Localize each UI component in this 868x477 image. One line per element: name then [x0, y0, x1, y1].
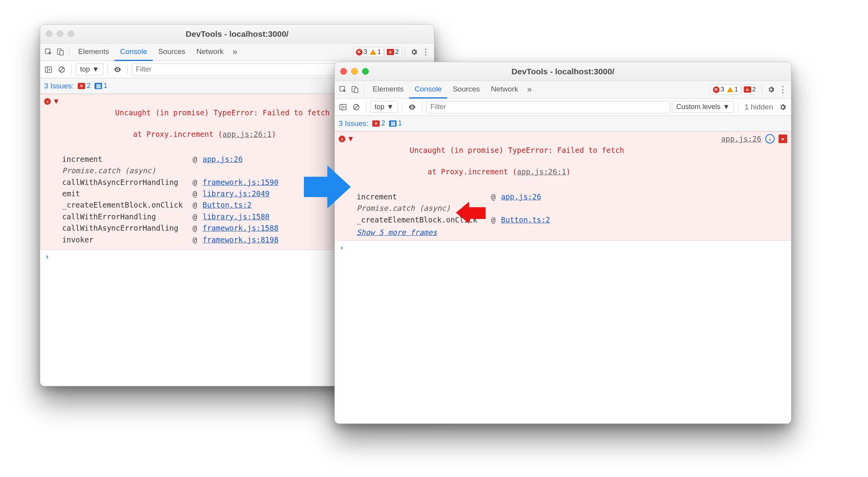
- toggle-sidebar-icon[interactable]: [337, 101, 349, 113]
- frame-function: invoker: [62, 234, 187, 246]
- window-controls[interactable]: [340, 68, 369, 75]
- context-label: top: [375, 103, 384, 111]
- frame-source-link[interactable]: Button.ts:2: [202, 199, 252, 211]
- tab-network[interactable]: Network: [191, 44, 229, 61]
- close-dot[interactable]: [340, 68, 347, 75]
- issues-bar[interactable]: 3 Issues: ×2 ▤1: [335, 116, 791, 131]
- error-icon: ✕: [44, 98, 51, 105]
- restart-frame-icon[interactable]: ↓: [765, 134, 775, 143]
- inspect-icon[interactable]: [337, 84, 349, 95]
- inspect-icon[interactable]: [43, 46, 54, 58]
- device-icon[interactable]: [349, 84, 361, 95]
- show-more-frames-link[interactable]: Show 5 more frames: [357, 228, 437, 237]
- error-message-line2a: at Proxy.increment (: [115, 130, 223, 138]
- toggle-sidebar-icon[interactable]: [43, 64, 54, 75]
- settings-icon[interactable]: [765, 84, 777, 95]
- error-source-link[interactable]: app.js:26: [721, 134, 761, 143]
- window-title: DevTools - localhost:3000/: [40, 29, 434, 39]
- frame-function: callWithAsyncErrorHandling: [62, 177, 187, 188]
- minimize-dot[interactable]: [57, 30, 63, 37]
- close-dot[interactable]: [46, 30, 52, 37]
- frame-source-link[interactable]: app.js:26: [501, 191, 541, 203]
- frame-source-link[interactable]: Button.ts:2: [501, 214, 550, 226]
- issues-link[interactable]: 3 Issues: ×2 ▤1: [44, 82, 107, 90]
- more-tabs-icon[interactable]: »: [523, 84, 535, 95]
- issues-label: 3 Issues:: [44, 82, 74, 90]
- error-count-badge[interactable]: ✕ 3 1: [353, 47, 384, 57]
- titlebar: DevTools - localhost:3000/: [40, 25, 434, 43]
- tab-sources[interactable]: Sources: [447, 81, 486, 99]
- kebab-icon[interactable]: ⋮: [420, 46, 432, 58]
- live-expression-icon[interactable]: [112, 64, 123, 75]
- levels-selector[interactable]: Custom levels ▼: [672, 101, 734, 113]
- flag-icon: ×: [387, 49, 394, 55]
- minimize-dot[interactable]: [351, 68, 358, 75]
- device-icon[interactable]: [54, 46, 66, 58]
- clear-console-icon[interactable]: [350, 101, 362, 113]
- stack-frame: _createElementBlock.onClick@ Button.ts:2: [357, 214, 787, 226]
- warning-icon: [727, 87, 733, 92]
- hidden-count[interactable]: 1 hidden: [742, 103, 775, 111]
- svg-point-15: [411, 106, 413, 108]
- kebab-icon[interactable]: ⋮: [777, 84, 789, 95]
- frame-function: callWithAsyncErrorHandling: [62, 222, 187, 234]
- disclosure-triangle-icon[interactable]: ▼: [54, 97, 58, 105]
- context-selector[interactable]: top ▼: [76, 63, 104, 75]
- error-location-link[interactable]: app.js:26:1: [517, 167, 566, 176]
- tab-sources[interactable]: Sources: [153, 44, 191, 61]
- annotation-arrow-blue-head: [327, 165, 351, 208]
- frame-function: callWithErrorHandling: [62, 211, 187, 222]
- flag-count-badge[interactable]: × 2: [384, 47, 402, 57]
- message-icon: ▤: [95, 83, 102, 89]
- more-tabs-icon[interactable]: »: [229, 46, 241, 58]
- titlebar: DevTools - localhost:3000/: [335, 62, 791, 81]
- frame-source-link[interactable]: framework.js:8198: [202, 234, 278, 246]
- zoom-dot[interactable]: [362, 68, 369, 75]
- settings-icon[interactable]: [408, 46, 420, 58]
- frame-source-link[interactable]: library.js:2049: [202, 188, 270, 199]
- error-count: 3: [721, 86, 724, 93]
- error-entry[interactable]: ✕ ▼ Uncaught (in promise) TypeError: Fai…: [335, 131, 791, 241]
- error-count-badge[interactable]: ✕ 3 1: [710, 84, 741, 95]
- clear-console-icon[interactable]: [56, 64, 68, 75]
- settings-icon[interactable]: [777, 101, 789, 113]
- tab-console[interactable]: Console: [114, 44, 153, 61]
- svg-line-6: [60, 68, 64, 72]
- flag-icon: ×: [372, 120, 380, 127]
- frame-source-link[interactable]: framework.js:1588: [202, 222, 278, 234]
- at-symbol: @: [491, 214, 495, 226]
- disclosure-triangle-icon[interactable]: ▼: [348, 134, 353, 143]
- zoom-dot[interactable]: [68, 30, 74, 37]
- warning-icon: [370, 49, 376, 55]
- error-location-link[interactable]: app.js:26:1: [222, 130, 271, 138]
- warning-count: 1: [377, 48, 381, 56]
- tab-console[interactable]: Console: [409, 81, 447, 99]
- live-expression-icon[interactable]: [406, 101, 418, 113]
- frame-source-link[interactable]: app.js:26: [202, 154, 243, 165]
- chevron-down-icon: ▼: [723, 103, 730, 111]
- tab-network[interactable]: Network: [486, 81, 524, 99]
- filter-input[interactable]: [426, 101, 670, 113]
- context-label: top: [80, 65, 90, 74]
- tabbar: Elements Console Sources Network » ✕ 3 1…: [335, 81, 791, 99]
- flag-count-badge[interactable]: × 2: [741, 84, 759, 95]
- error-message-line2c: ): [566, 167, 570, 176]
- context-selector[interactable]: top ▼: [370, 101, 398, 113]
- dismiss-icon[interactable]: ×: [779, 134, 787, 143]
- window-controls[interactable]: [46, 30, 74, 37]
- stack-frame: increment@ app.js:26: [357, 191, 787, 203]
- svg-line-14: [354, 105, 358, 109]
- frame-source-link[interactable]: library.js:1580: [202, 211, 270, 222]
- console-prompt[interactable]: ›: [335, 241, 791, 254]
- svg-point-7: [117, 69, 118, 70]
- frame-function: emit: [62, 188, 187, 199]
- error-icon: ✕: [713, 86, 720, 93]
- tab-elements[interactable]: Elements: [73, 44, 114, 61]
- frame-source-link[interactable]: framework.js:1590: [202, 177, 278, 188]
- frame-function: increment: [357, 191, 486, 203]
- issues-link[interactable]: 3 Issues: ×2 ▤1: [339, 119, 402, 128]
- stack-frame: Promise.catch (async): [357, 203, 787, 214]
- annotation-arrow-red-head: [456, 202, 469, 224]
- svg-rect-3: [45, 67, 52, 72]
- tab-elements[interactable]: Elements: [367, 81, 409, 99]
